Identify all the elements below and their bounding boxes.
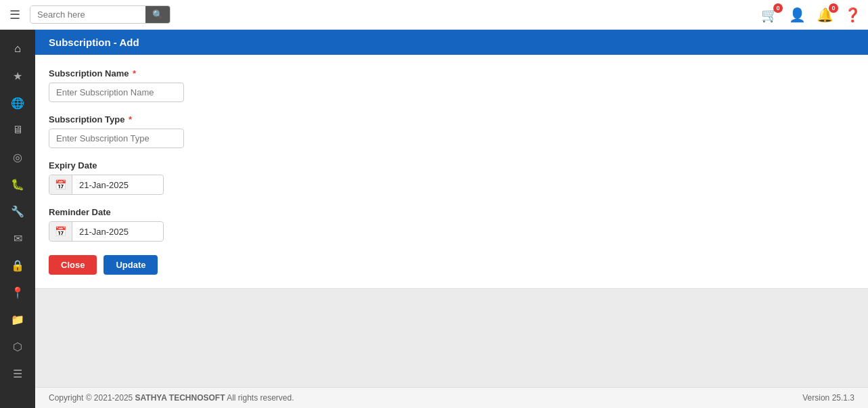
notification-badge: 0 [829,3,838,13]
main-content: Subscription - Add Subscription Name * S… [35,30,868,408]
search-input[interactable] [30,6,145,23]
help-icon[interactable]: ❓ [844,7,861,23]
page-title: Subscription - Add [49,37,139,48]
button-area: Close Update [49,255,854,275]
form-area: Subscription Name * Subscription Type * … [35,55,868,288]
layout: ⌂ ★ 🌐 🖥 ◎ 🐛 🔧 ✉ 🔒 📍 📁 ⬡ ☰ Subscription -… [0,30,868,408]
reminder-date-calendar-icon[interactable]: 📅 [49,222,72,241]
sidebar-item-star[interactable]: ★ [3,64,32,88]
expiry-date-label: Expiry Date [49,160,854,171]
footer-copyright: Copyright © 2021-2025 SATHYA TECHNOSOFT … [49,393,294,403]
sidebar-item-list[interactable]: ☰ [3,361,32,386]
bottom-area [35,288,868,387]
sidebar-item-target[interactable]: ◎ [3,145,32,169]
menu-icon[interactable]: ☰ [7,5,23,25]
page-header: Subscription - Add [35,30,868,55]
expiry-date-value: 21-Jan-2025 [72,176,135,194]
reminder-date-value: 21-Jan-2025 [72,223,135,241]
topbar-right: 🛒 0 👤 🔔 0 ❓ [761,7,861,23]
required-star-name: * [133,68,136,78]
reminder-date-label: Reminder Date [49,207,854,217]
topbar: ☰ 🔍 🛒 0 👤 🔔 0 ❓ [0,0,868,30]
expiry-date-wrapper: 📅 21-Jan-2025 [49,175,164,195]
sidebar-item-bug[interactable]: 🐛 [3,172,32,196]
subscription-name-group: Subscription Name * [49,68,854,102]
sidebar-item-network[interactable]: ⬡ [3,334,32,359]
notification-icon[interactable]: 🔔 0 [817,7,833,23]
sidebar-item-monitor[interactable]: 🖥 [3,118,32,142]
sidebar-item-location[interactable]: 📍 [3,280,32,304]
sidebar-item-home[interactable]: ⌂ [3,37,32,61]
sidebar-item-mail[interactable]: ✉ [3,226,32,250]
update-button[interactable]: Update [104,255,158,275]
sidebar: ⌂ ★ 🌐 🖥 ◎ 🐛 🔧 ✉ 🔒 📍 📁 ⬡ ☰ [0,30,35,408]
footer-version: Version 25.1.3 [802,393,854,403]
footer: Copyright © 2021-2025 SATHYA TECHNOSOFT … [35,387,868,408]
subscription-type-input[interactable] [49,129,184,148]
reminder-date-group: Reminder Date 📅 21-Jan-2025 [49,207,854,242]
subscription-type-group: Subscription Type * [49,114,854,148]
expiry-date-calendar-icon[interactable]: 📅 [49,175,72,194]
subscription-name-input[interactable] [49,83,184,102]
sidebar-item-lock[interactable]: 🔒 [3,253,32,277]
sidebar-item-tool[interactable]: 🔧 [3,199,32,223]
reminder-date-wrapper: 📅 21-Jan-2025 [49,221,164,242]
search-button[interactable]: 🔍 [145,6,170,23]
expiry-date-group: Expiry Date 📅 21-Jan-2025 [49,160,854,195]
required-star-type: * [129,114,132,124]
sidebar-item-folder[interactable]: 📁 [3,307,32,332]
cart-icon[interactable]: 🛒 0 [761,7,778,23]
user-icon[interactable]: 👤 [789,7,806,23]
search-wrapper: 🔍 [30,5,170,24]
sidebar-item-globe[interactable]: 🌐 [3,91,32,115]
subscription-name-label: Subscription Name * [49,68,854,78]
subscription-type-label: Subscription Type * [49,114,854,124]
cart-badge: 0 [773,3,783,13]
close-button[interactable]: Close [49,255,97,275]
